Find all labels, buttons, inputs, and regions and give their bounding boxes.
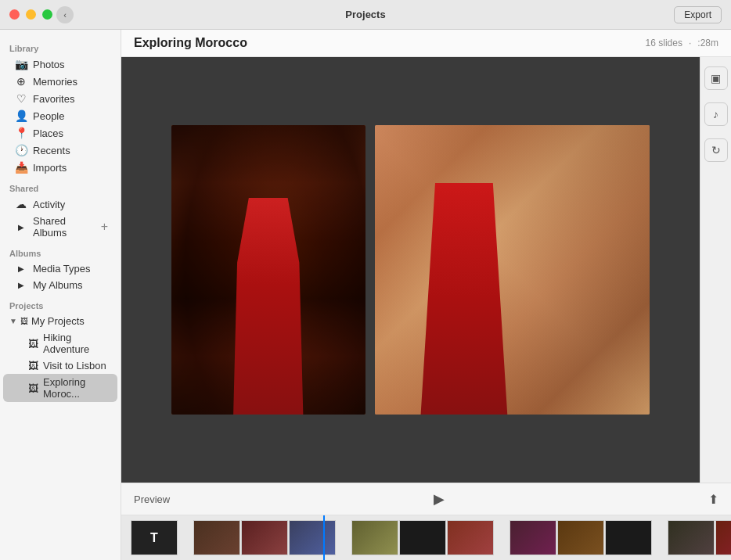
people-icon: 👤 xyxy=(14,109,28,122)
slide-2c[interactable] xyxy=(289,520,336,555)
sidebar-item-hiking-label: Hiking Adventure xyxy=(43,332,108,355)
sidebar-item-places[interactable]: 📍 Places xyxy=(3,124,117,142)
loop-button[interactable]: ↻ xyxy=(704,138,728,162)
sidebar-item-my-albums[interactable]: ▶ My Albums xyxy=(3,277,117,293)
sidebar-item-recents-label: Recents xyxy=(33,145,108,156)
preview-label: Preview xyxy=(134,494,170,505)
maximize-button[interactable] xyxy=(42,9,52,20)
slide-3c[interactable] xyxy=(447,520,494,555)
sidebar-item-lisbon[interactable]: 🖼 Visit to Lisbon xyxy=(3,357,117,374)
layout-button[interactable]: ▣ xyxy=(704,66,728,90)
divider: · xyxy=(689,38,691,48)
albums-section-header: Albums xyxy=(0,241,121,260)
project-title: Exploring Morocco xyxy=(134,36,247,50)
slide-group-1: T 1 xyxy=(131,520,178,555)
slide-5a[interactable] xyxy=(668,520,715,555)
sidebar-item-memories[interactable]: ⊕ Memories xyxy=(3,73,117,90)
my-albums-icon: ▶ xyxy=(14,281,28,289)
sidebar-item-morocco-label: Exploring Moroc... xyxy=(43,376,108,400)
sidebar-item-photos-label: Photos xyxy=(33,59,108,70)
sidebar-item-my-albums-label: My Albums xyxy=(33,279,108,291)
slide-4b[interactable] xyxy=(557,520,604,555)
slide-3a[interactable] xyxy=(351,520,398,555)
sidebar: Library 📷 Photos ⊕ Memories ♡ Favorites … xyxy=(0,30,121,560)
main-container: Library 📷 Photos ⊕ Memories ♡ Favorites … xyxy=(0,30,731,560)
photo-right[interactable] xyxy=(375,125,650,415)
photo-right-background xyxy=(375,125,650,415)
back-button[interactable]: ‹ xyxy=(56,6,74,23)
window-title: Projects xyxy=(345,9,385,20)
window-controls: ‹ xyxy=(9,9,52,20)
morocco-project-icon: 🖼 xyxy=(28,382,38,394)
slide-4c[interactable] xyxy=(605,520,652,555)
sidebar-item-shared-albums-label: Shared Albums xyxy=(33,215,96,239)
slide-4a[interactable] xyxy=(510,520,556,555)
titlebar: ‹ Projects Export xyxy=(0,0,731,30)
my-projects-group[interactable]: ▼ 🖼 My Projects xyxy=(3,313,117,329)
loop-icon: ↻ xyxy=(711,144,721,156)
preview-bar: Preview ▶ ⬆ xyxy=(121,483,731,515)
sidebar-item-memories-label: Memories xyxy=(33,76,108,88)
sidebar-item-media-types-label: Media Types xyxy=(33,263,108,275)
close-button[interactable] xyxy=(9,9,20,20)
recents-icon: 🕐 xyxy=(14,144,28,156)
chevron-down-icon: ▼ xyxy=(9,317,17,325)
photos-icon: 📷 xyxy=(14,58,28,70)
slide-group-5: 5 xyxy=(668,520,731,555)
my-projects-label: My Projects xyxy=(31,315,85,327)
bottom-area: Preview ▶ ⬆ T 1 xyxy=(121,483,731,560)
photo-left[interactable] xyxy=(171,125,366,415)
share-icon: ⬆ xyxy=(708,493,718,506)
sidebar-item-favorites-label: Favorites xyxy=(33,93,108,105)
music-icon: ♪ xyxy=(713,108,718,120)
content-area: Exploring Morocco 16 slides · :28m xyxy=(121,30,731,560)
slides-count: 16 slides xyxy=(646,38,682,48)
lisbon-project-icon: 🖼 xyxy=(28,360,38,372)
my-projects-icon: 🖼 xyxy=(20,317,28,325)
slide-2a[interactable] xyxy=(193,520,240,555)
project-header: Exploring Morocco 16 slides · :28m xyxy=(121,30,731,57)
places-icon: 📍 xyxy=(14,127,28,139)
imports-icon: 📥 xyxy=(14,161,28,174)
slide-group-2: 2 xyxy=(193,520,336,555)
sidebar-item-activity[interactable]: ☁ Activity xyxy=(3,196,117,213)
sidebar-item-people[interactable]: 👤 People xyxy=(3,107,117,124)
media-types-icon: ▶ xyxy=(14,264,28,273)
library-section-header: Library xyxy=(0,36,121,56)
right-sidebar: ▣ ♪ ↻ xyxy=(700,57,731,483)
slide-3b[interactable] xyxy=(399,520,446,555)
play-button[interactable]: ▶ xyxy=(428,488,450,510)
share-button[interactable]: ⬆ xyxy=(708,492,718,507)
slide-title[interactable]: T xyxy=(131,520,178,555)
sidebar-item-morocco[interactable]: 🖼 Exploring Moroc... xyxy=(3,374,117,402)
sidebar-item-recents[interactable]: 🕐 Recents xyxy=(3,142,117,159)
slide-group-3: 3 xyxy=(351,520,494,555)
sidebar-item-imports[interactable]: 📥 Imports xyxy=(3,159,117,176)
sidebar-item-imports-label: Imports xyxy=(33,162,108,174)
music-button[interactable]: ♪ xyxy=(704,102,728,126)
hiking-project-icon: 🖼 xyxy=(28,338,38,350)
layout-icon: ▣ xyxy=(711,72,721,84)
sidebar-item-shared-albums[interactable]: ▶ Shared Albums + xyxy=(3,213,117,241)
slide-group-4: 4 xyxy=(510,520,652,555)
playhead xyxy=(323,515,325,560)
minimize-button[interactable] xyxy=(26,9,36,20)
sidebar-item-photos[interactable]: 📷 Photos xyxy=(3,56,117,73)
shared-section-header: Shared xyxy=(0,176,121,196)
sidebar-item-favorites[interactable]: ♡ Favorites xyxy=(3,90,117,107)
sidebar-item-media-types[interactable]: ▶ Media Types xyxy=(3,260,117,277)
duration: :28m xyxy=(697,38,718,48)
shared-albums-icon: ▶ xyxy=(14,223,28,232)
photo-canvas xyxy=(121,57,700,483)
sidebar-item-hiking[interactable]: 🖼 Hiking Adventure xyxy=(3,329,117,357)
memories-icon: ⊕ xyxy=(14,75,28,88)
photo-left-background xyxy=(171,125,366,415)
export-button[interactable]: Export xyxy=(674,6,722,23)
slide-2b[interactable] xyxy=(241,520,288,555)
add-shared-album-button[interactable]: + xyxy=(101,220,108,234)
play-icon: ▶ xyxy=(434,490,445,508)
sidebar-item-activity-label: Activity xyxy=(33,199,108,210)
activity-icon: ☁ xyxy=(14,198,28,210)
slide-5b[interactable] xyxy=(715,520,731,555)
filmstrip: T 1 2 xyxy=(121,515,731,560)
